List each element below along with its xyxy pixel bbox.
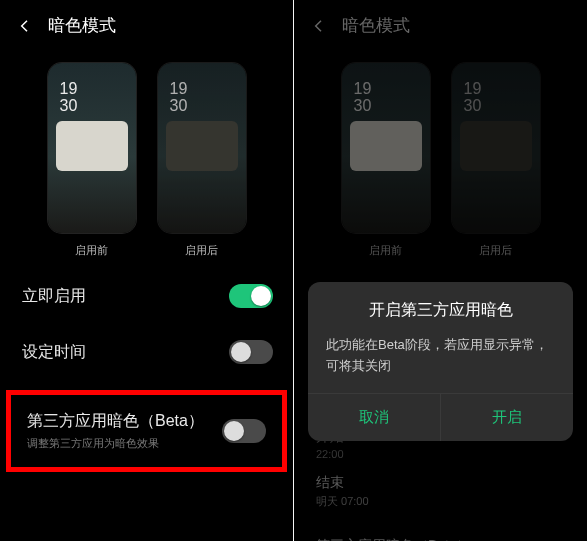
toggle-knob xyxy=(231,342,251,362)
end-value: 明天 07:00 xyxy=(294,494,587,513)
preview-row: 19 30 启用前 19 30 启用后 xyxy=(0,51,293,268)
time-hour: 19 xyxy=(170,81,188,98)
phone-mock-after: 19 30 xyxy=(158,63,246,233)
phone-mock-before: 19 30 xyxy=(342,63,430,233)
mock-time: 19 30 xyxy=(170,81,188,115)
mock-time: 19 30 xyxy=(60,81,78,115)
start-value: 22:00 xyxy=(294,448,587,464)
right-screen: 暗色模式 19 30 启用前 19 30 启用后 开始 xyxy=(294,0,587,541)
left-screen: 暗色模式 19 30 启用前 19 30 启用后 立即启 xyxy=(0,0,293,541)
toggle-schedule[interactable] xyxy=(229,340,273,364)
setting-label: 第三方应用暗色（Beta） xyxy=(27,411,204,432)
time-hour: 19 xyxy=(464,81,482,98)
cancel-button[interactable]: 取消 xyxy=(308,394,440,441)
time-hour: 19 xyxy=(354,81,372,98)
time-min: 30 xyxy=(464,98,482,115)
end-label: 结束 xyxy=(294,464,587,494)
toggle-third-party[interactable] xyxy=(222,419,266,443)
mock-time: 19 30 xyxy=(354,81,372,115)
setting-label: 设定时间 xyxy=(22,342,86,363)
dialog-title: 开启第三方应用暗色 xyxy=(308,300,573,321)
time-hour: 19 xyxy=(60,81,78,98)
mock-widget xyxy=(166,121,238,171)
confirm-button[interactable]: 开启 xyxy=(440,394,573,441)
setting-schedule[interactable]: 设定时间 xyxy=(0,324,293,380)
preview-before: 19 30 启用前 xyxy=(342,63,430,258)
preview-before-label: 启用前 xyxy=(342,243,430,258)
time-min: 30 xyxy=(60,98,78,115)
preview-after: 19 30 启用后 xyxy=(158,63,246,258)
confirm-dialog: 开启第三方应用暗色 此功能在Beta阶段，若应用显示异常，可将其关闭 取消 开启 xyxy=(308,282,573,441)
page-title: 暗色模式 xyxy=(342,14,410,37)
setting-text: 第三方应用暗色（Beta） 调整第三方应用为暗色效果 xyxy=(27,411,204,451)
mock-widget xyxy=(56,121,128,171)
mock-time: 19 30 xyxy=(464,81,482,115)
phone-mock-before: 19 30 xyxy=(48,63,136,233)
back-icon[interactable] xyxy=(16,17,34,35)
setting-sublabel: 调整第三方应用为暗色效果 xyxy=(27,436,204,451)
setting-label: 立即启用 xyxy=(22,286,86,307)
third-party-hint: 第三方应用暗色（Beta） xyxy=(294,527,587,541)
setting-third-party[interactable]: 第三方应用暗色（Beta） 调整第三方应用为暗色效果 xyxy=(11,397,282,461)
toggle-enable-now[interactable] xyxy=(229,284,273,308)
toggle-knob xyxy=(251,286,271,306)
header-bar: 暗色模式 xyxy=(0,0,293,51)
header-bar: 暗色模式 xyxy=(294,0,587,51)
preview-after-label: 启用后 xyxy=(452,243,540,258)
setting-enable-now[interactable]: 立即启用 xyxy=(0,268,293,324)
preview-before-label: 启用前 xyxy=(48,243,136,258)
time-min: 30 xyxy=(170,98,188,115)
mock-widget xyxy=(350,121,422,171)
preview-before: 19 30 启用前 xyxy=(48,63,136,258)
preview-after-label: 启用后 xyxy=(158,243,246,258)
back-icon[interactable] xyxy=(310,17,328,35)
time-min: 30 xyxy=(354,98,372,115)
dialog-actions: 取消 开启 xyxy=(308,393,573,441)
page-title: 暗色模式 xyxy=(48,14,116,37)
preview-after: 19 30 启用后 xyxy=(452,63,540,258)
dialog-body: 此功能在Beta阶段，若应用显示异常，可将其关闭 xyxy=(308,335,573,393)
mock-widget xyxy=(460,121,532,171)
highlight-box: 第三方应用暗色（Beta） 调整第三方应用为暗色效果 xyxy=(6,390,287,472)
phone-mock-after: 19 30 xyxy=(452,63,540,233)
preview-row: 19 30 启用前 19 30 启用后 xyxy=(294,51,587,268)
toggle-knob xyxy=(224,421,244,441)
